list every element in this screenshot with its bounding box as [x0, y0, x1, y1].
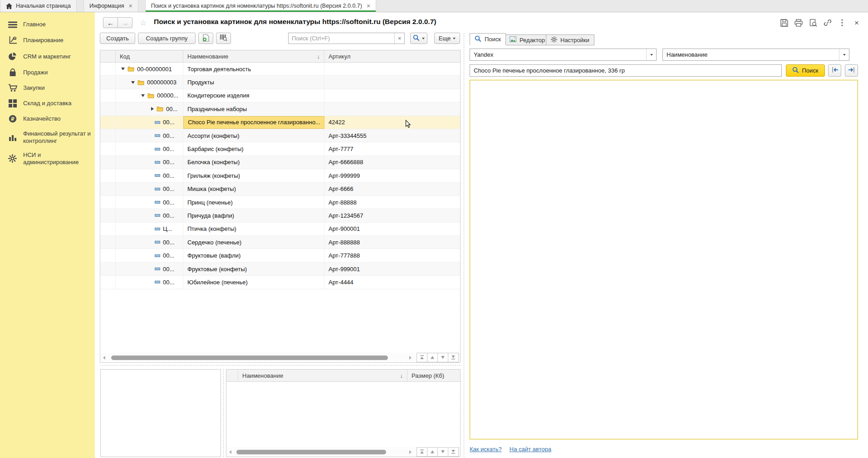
horizontal-splitter[interactable] — [100, 365, 461, 365]
scroll-down-button[interactable] — [437, 447, 448, 457]
code-value: 00... — [163, 159, 174, 166]
scroll-right-icon[interactable] — [409, 450, 412, 454]
files-header-size[interactable]: Размер (Кб) — [407, 370, 460, 381]
scrollbar-thumb[interactable] — [236, 450, 386, 454]
header-code[interactable]: Код — [116, 50, 183, 62]
scroll-bottom-button[interactable] — [448, 447, 459, 457]
favorite-star-icon[interactable]: ☆ — [140, 18, 147, 28]
window-tab[interactable]: Поиск и установка картинок для номенклат… — [145, 0, 376, 12]
table-row[interactable]: 00...Праздничные наборы — [100, 102, 460, 116]
scroll-left-icon[interactable] — [103, 356, 105, 360]
sidebar-item[interactable]: НСИ и администрирование — [0, 148, 95, 169]
panel-splitter[interactable] — [464, 33, 464, 457]
table-row[interactable]: Ц...Птичка (конфеты)Арт-900001 — [100, 223, 460, 236]
search-input[interactable] — [289, 33, 394, 44]
forward-button[interactable]: → — [118, 17, 132, 28]
preview-splitter[interactable] — [223, 369, 224, 457]
scroll-up-button[interactable] — [427, 447, 438, 457]
table-row[interactable]: 00-00000001Торговая деятельность — [100, 63, 460, 76]
scrollbar-thumb[interactable] — [111, 356, 388, 360]
tree-expander-icon[interactable] — [151, 107, 154, 111]
tab-поиск[interactable]: Поиск — [470, 33, 506, 45]
sidebar-item[interactable]: ₽Казначейство — [0, 111, 95, 127]
row-select-cell — [100, 276, 116, 288]
insert-image-button[interactable] — [828, 64, 841, 77]
more-actions-button[interactable]: Еще — [434, 33, 460, 44]
table-row[interactable]: 00...Сердечко (печенье)Арт-888888 — [100, 236, 460, 249]
tab-настройки[interactable]: Настройки — [546, 34, 594, 45]
sidebar-item[interactable]: Склад и доставка — [0, 96, 95, 111]
sidebar-item[interactable]: Главное — [0, 17, 95, 32]
table-row[interactable]: 00...Фруктовые (конфеты)Арт-999001 — [100, 263, 460, 276]
table-row[interactable]: 00...Ассорти (конфеты)Арт-33344555 — [100, 129, 460, 142]
sidebar-item[interactable]: CRM и маркетинг — [0, 49, 95, 64]
barcode-search-button[interactable] — [216, 33, 231, 44]
sidebar-item[interactable]: Финансовый результат и контроллинг — [0, 127, 95, 148]
tab-label: Настройки — [560, 37, 589, 44]
query-input[interactable] — [470, 64, 782, 77]
create-button[interactable]: Создать — [100, 33, 135, 44]
scroll-up-button[interactable] — [427, 353, 438, 362]
preview-button[interactable] — [809, 19, 817, 27]
item-icon — [155, 174, 160, 177]
scroll-down-button[interactable] — [437, 353, 448, 362]
tree-expander-icon[interactable] — [121, 68, 125, 70]
open-in-browser-button[interactable] — [845, 64, 858, 77]
link-button[interactable] — [824, 19, 832, 27]
window-tab[interactable]: Начальная страница — [0, 0, 77, 12]
files-table: Наименование↓ Размер (Кб) — [226, 369, 461, 457]
table-row[interactable]: 00...Грильяж (конфеты)Арт-999999 — [100, 169, 460, 182]
search-options-button[interactable] — [410, 33, 427, 44]
author-site-link[interactable]: На сайт автора — [510, 446, 551, 453]
copy-element-button[interactable] — [198, 33, 213, 44]
more-menu-button[interactable] — [838, 19, 846, 26]
sidebar-item[interactable]: ₽Планирование — [0, 32, 95, 49]
sidebar-item[interactable]: Продажи — [0, 64, 95, 80]
table-row[interactable]: 00000...Кондитерские изделия — [100, 89, 460, 102]
back-button[interactable]: ← — [103, 17, 118, 28]
table-row[interactable]: 00...Принц (печенье)Арт-88888 — [100, 196, 460, 209]
scroll-top-button[interactable] — [417, 353, 427, 362]
tree-expander-icon[interactable] — [131, 81, 135, 84]
print-button[interactable] — [794, 19, 803, 27]
header-article[interactable]: Артикул — [324, 50, 460, 62]
dropdown-segment[interactable] — [646, 49, 656, 60]
table-row[interactable]: 00...Белочка (конфеты)Арт-6666888 — [100, 156, 460, 169]
table-row[interactable]: 00...Фруктовые (вафли)Арт-777888 — [100, 249, 460, 262]
cell-article: Арт-1234567 — [324, 212, 460, 219]
table-row[interactable]: 00...Мишка (конфеты)Арт-6666 — [100, 183, 460, 196]
sidebar-item[interactable]: Закупки — [0, 80, 95, 96]
table-row[interactable]: 000000003Продукты — [100, 76, 460, 89]
warehouse-icon — [8, 99, 17, 107]
tab-close-icon[interactable]: × — [367, 2, 370, 10]
cell-code: 00... — [116, 102, 183, 115]
dropdown-segment[interactable] — [839, 49, 849, 60]
scroll-right-icon[interactable] — [409, 356, 412, 360]
row-select-cell — [100, 63, 116, 75]
scroll-left-icon[interactable] — [229, 450, 231, 454]
table-row[interactable]: 00...Барбарис (конфеты)Арт-7777 — [100, 142, 460, 156]
clear-search-button[interactable]: × — [394, 33, 404, 44]
header-name[interactable]: Наименование↓ — [183, 50, 324, 62]
save-button[interactable] — [780, 19, 788, 27]
catalog-hscrollbar[interactable] — [100, 353, 460, 362]
search-button[interactable]: Поиск — [786, 64, 825, 77]
window-tab[interactable]: Информация× — [83, 0, 138, 12]
create-group-button[interactable]: Создать группу — [138, 33, 196, 44]
table-row[interactable]: 00...Юбилейное (печенье)Арт-4444 — [100, 276, 460, 289]
engine-select[interactable]: Yandex — [470, 49, 657, 61]
how-to-search-link[interactable]: Как искать? — [470, 446, 502, 453]
search-field-select[interactable]: Наименование — [662, 49, 849, 61]
scroll-bottom-button[interactable] — [448, 353, 459, 362]
table-row[interactable]: 00...Причуда (вафли)Арт-1234567 — [100, 209, 460, 222]
row-select-cell — [100, 209, 116, 222]
files-hscrollbar[interactable] — [226, 447, 460, 457]
tree-expander-icon[interactable] — [141, 94, 145, 97]
scroll-top-button[interactable] — [417, 447, 427, 457]
tab-редактор[interactable]: Редактор — [505, 34, 550, 45]
tab-close-icon[interactable]: × — [129, 2, 132, 10]
sidebar-item-label: НСИ и администрирование — [23, 151, 91, 166]
files-header-name[interactable]: Наименование↓ — [238, 370, 407, 381]
close-button[interactable]: × — [853, 19, 861, 27]
admin-icon — [8, 154, 17, 163]
